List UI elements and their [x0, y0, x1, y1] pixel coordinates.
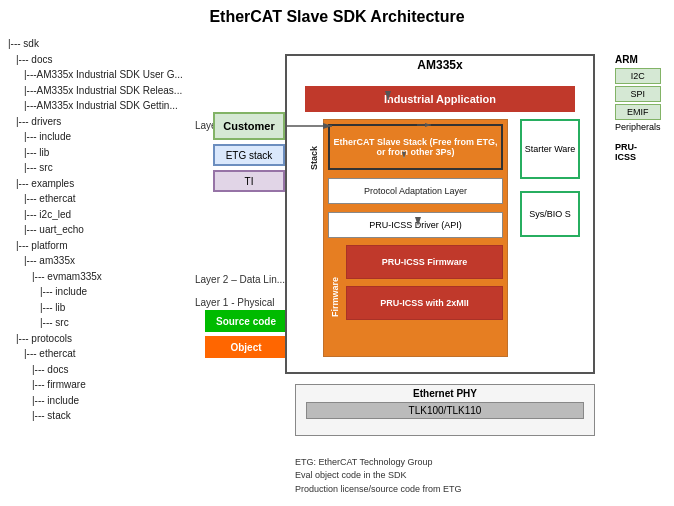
- pru-firmware-box: PRU-ICSS Firmware: [346, 245, 503, 279]
- customer-box: Customer: [213, 112, 285, 140]
- industrial-app-box: Industrial Application: [305, 86, 575, 112]
- tree-item: |--- drivers: [8, 114, 195, 130]
- tree-item: |--- docs: [8, 362, 195, 378]
- pru-mii-box: PRU-ICSS with 2xMII: [346, 286, 503, 320]
- diagram-area: Layer 7 - Application Layer 2 – Data Lin…: [195, 32, 674, 502]
- tree-item: |--- uart_echo: [8, 222, 195, 238]
- tree-item: |--- ethercat: [8, 191, 195, 207]
- pru-driver-box: PRU-ICSS Driver (API): [328, 212, 503, 238]
- i2c-item: I2C: [615, 68, 661, 84]
- tree-item: |--- include: [8, 284, 195, 300]
- tree-item: |--- lib: [8, 145, 195, 161]
- notes: ETG: EtherCAT Technology Group Eval obje…: [295, 456, 462, 497]
- tree-item: |---AM335x Industrial SDK Releas...: [8, 83, 195, 99]
- pru-icss-label: PRU- ICSS: [615, 142, 661, 162]
- note-2: Eval object code in the SDK: [295, 469, 462, 483]
- am335x-title: AM335x: [287, 56, 593, 76]
- tree-item: |--- am335x: [8, 253, 195, 269]
- tree-item: |--- firmware: [8, 377, 195, 393]
- tree-item: |--- i2c_led: [8, 207, 195, 223]
- etg-stack-box: ETG stack: [213, 144, 285, 166]
- tree-item: |--- lib: [8, 300, 195, 316]
- firmware-label: Firmware: [328, 245, 342, 349]
- spi-item: SPI: [615, 86, 661, 102]
- am335x-box: AM335x Industrial Application Stack Ethe…: [285, 54, 595, 374]
- ti-box: TI: [213, 170, 285, 192]
- note-3: Production license/source code from ETG: [295, 483, 462, 497]
- tree-item: |--- platform: [8, 238, 195, 254]
- tree-item: |--- ethercat: [8, 346, 195, 362]
- layer2-label: Layer 2 – Data Lin...: [195, 274, 285, 285]
- file-tree: |--- sdk |--- docs |---AM335x Industrial…: [0, 32, 195, 502]
- tree-item: |--- stack: [8, 408, 195, 424]
- sysbios-box: Sys/BIO S: [520, 191, 580, 237]
- object-legend: Object: [205, 336, 287, 358]
- tree-item: |---AM335x Industrial SDK Gettin...: [8, 98, 195, 114]
- layer1-label: Layer 1 - Physical: [195, 297, 274, 308]
- pal-box: Protocol Adaptation Layer: [328, 178, 503, 204]
- tree-item: |--- docs: [8, 52, 195, 68]
- tree-item: |--- include: [8, 129, 195, 145]
- tlk-box: TLK100/TLK110: [306, 402, 584, 419]
- eth-phy-box: Ethernet PHY TLK100/TLK110: [295, 384, 595, 436]
- tree-item: |--- examples: [8, 176, 195, 192]
- arm-label: ARM: [615, 54, 661, 65]
- source-code-legend: Source code: [205, 310, 287, 332]
- emif-item: EMIF: [615, 104, 661, 120]
- note-1: ETG: EtherCAT Technology Group: [295, 456, 462, 470]
- tree-item: |--- protocols: [8, 331, 195, 347]
- page-title: EtherCAT Slave SDK Architecture: [0, 0, 674, 32]
- eth-title: Ethernet PHY: [296, 385, 594, 400]
- tree-item: |--- src: [8, 160, 195, 176]
- tree-item: |--- evmam335x: [8, 269, 195, 285]
- peripherals-label: Peripherals: [615, 122, 661, 132]
- tree-item: |--- sdk: [8, 36, 195, 52]
- tree-item: |---AM335x Industrial SDK User G...: [8, 67, 195, 83]
- ethercat-stack-box: EtherCAT Slave Stack (Free from ETG, or …: [328, 124, 503, 170]
- tree-item: |--- src: [8, 315, 195, 331]
- right-panel: ARM I2C SPI EMIF Peripherals PRU- ICSS: [615, 54, 661, 162]
- starterware-box: Starter Ware: [520, 119, 580, 179]
- stack-label: Stack: [307, 119, 321, 197]
- tree-item: |--- include: [8, 393, 195, 409]
